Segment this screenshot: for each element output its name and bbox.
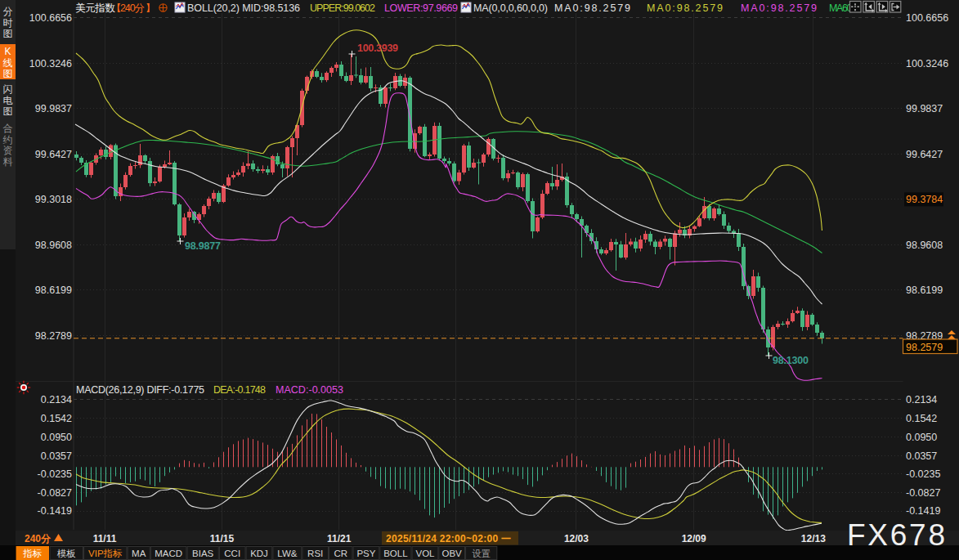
svg-text:-0.0827: -0.0827 xyxy=(906,487,940,499)
svg-text:100.3246: 100.3246 xyxy=(906,58,948,69)
svg-text:LOWER:97.9669: LOWER:97.9669 xyxy=(384,2,458,14)
svg-text:0.1542: 0.1542 xyxy=(906,413,937,424)
svg-text:MA0:98.2579: MA0:98.2579 xyxy=(741,2,817,14)
svg-text:12/03: 12/03 xyxy=(564,533,589,544)
svg-text:指标: 指标 xyxy=(22,549,42,558)
svg-text:2025/11/24 22:00~02:00 一: 2025/11/24 22:00~02:00 一 xyxy=(386,533,511,544)
svg-text:BIAS: BIAS xyxy=(192,549,214,558)
svg-text:98.9608: 98.9608 xyxy=(35,240,72,251)
svg-text:UPPER:99.0602: UPPER:99.0602 xyxy=(310,2,375,14)
svg-text:0.0357: 0.0357 xyxy=(906,450,937,462)
svg-text:OBV: OBV xyxy=(441,549,462,558)
svg-text:】: 】 xyxy=(146,2,156,14)
svg-text:100.3246: 100.3246 xyxy=(29,58,72,69)
svg-text:LW&: LW& xyxy=(277,549,297,558)
svg-text:CR: CR xyxy=(334,549,347,558)
svg-text:-0.0235: -0.0235 xyxy=(38,468,72,480)
svg-text:98.1300: 98.1300 xyxy=(773,355,809,366)
svg-text:11/15: 11/15 xyxy=(210,533,235,544)
svg-text:DEA:-0.1748: DEA:-0.1748 xyxy=(213,384,266,396)
svg-text:99.6427: 99.6427 xyxy=(906,149,943,160)
svg-text:12/13: 12/13 xyxy=(801,533,826,544)
svg-text:0.0950: 0.0950 xyxy=(41,432,72,443)
svg-text:VIP指标: VIP指标 xyxy=(88,549,123,558)
svg-text:12/09: 12/09 xyxy=(682,533,706,544)
svg-text:98.9877: 98.9877 xyxy=(185,240,221,252)
svg-text:0.2134: 0.2134 xyxy=(906,394,937,405)
svg-text:CCI: CCI xyxy=(224,549,240,558)
svg-text:MACD:-0.0053: MACD:-0.0053 xyxy=(276,384,343,396)
svg-text:240分: 240分 xyxy=(25,533,52,544)
svg-text:0.1542: 0.1542 xyxy=(41,413,72,424)
svg-text:0.0950: 0.0950 xyxy=(906,432,937,443)
svg-text:-0.1419: -0.1419 xyxy=(906,505,940,517)
svg-text:98.6199: 98.6199 xyxy=(35,284,72,296)
svg-text:MA: MA xyxy=(132,549,146,558)
svg-text:99.9837: 99.9837 xyxy=(906,103,943,114)
svg-text:MACD: MACD xyxy=(155,549,182,558)
svg-text:98.2789: 98.2789 xyxy=(35,330,72,342)
svg-text:11/21: 11/21 xyxy=(327,533,352,544)
svg-text:PSY: PSY xyxy=(356,549,375,558)
svg-text:设置: 设置 xyxy=(472,549,491,558)
svg-text:99.9837: 99.9837 xyxy=(35,103,72,114)
svg-text:99.3018: 99.3018 xyxy=(35,194,72,205)
svg-text:KDJ: KDJ xyxy=(250,549,268,558)
svg-text:98.6199: 98.6199 xyxy=(906,284,943,296)
svg-text:MA0:98.2579: MA0:98.2579 xyxy=(647,2,723,14)
svg-text:模板: 模板 xyxy=(57,549,76,558)
svg-text:MACD(26,12,9) DIFF:-0.1775: MACD(26,12,9) DIFF:-0.1775 xyxy=(76,384,204,396)
svg-text:MA0:98.2579: MA0:98.2579 xyxy=(554,2,630,14)
svg-text:99.3784: 99.3784 xyxy=(906,194,943,205)
svg-text:-0.0235: -0.0235 xyxy=(906,468,940,480)
svg-text:RSI: RSI xyxy=(307,549,323,558)
svg-text:11/11: 11/11 xyxy=(93,533,117,544)
svg-text:98.2579: 98.2579 xyxy=(906,342,943,353)
svg-text:-0.0827: -0.0827 xyxy=(38,487,72,499)
svg-text:BOLL(20,2) MID:98.5136: BOLL(20,2) MID:98.5136 xyxy=(187,2,300,14)
svg-text:VOL: VOL xyxy=(415,549,435,558)
svg-text:BOLL: BOLL xyxy=(383,549,408,558)
svg-text:98.9608: 98.9608 xyxy=(906,240,943,251)
svg-text:-0.1419: -0.1419 xyxy=(38,505,72,517)
svg-text:0.2134: 0.2134 xyxy=(41,394,72,405)
svg-text:100.6656: 100.6656 xyxy=(906,12,948,24)
svg-text:240分: 240分 xyxy=(120,2,145,14)
svg-text:0.0357: 0.0357 xyxy=(41,450,72,462)
svg-text:MA(0,0,0,60,0,0): MA(0,0,0,60,0,0) xyxy=(473,2,548,14)
svg-text:100.6656: 100.6656 xyxy=(29,12,72,24)
svg-text:美元指数: 美元指数 xyxy=(75,2,116,14)
svg-text:99.6427: 99.6427 xyxy=(35,149,72,160)
svg-text:100.3939: 100.3939 xyxy=(357,43,398,54)
